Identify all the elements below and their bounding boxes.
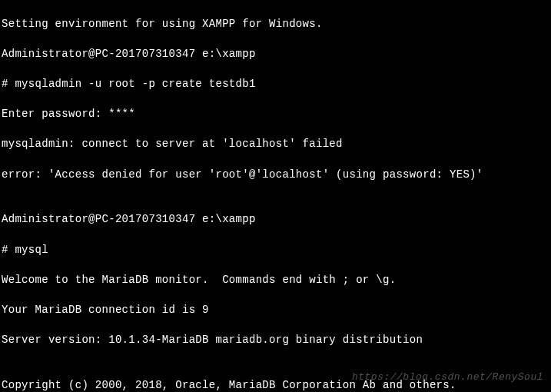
server-version-line: Server version: 10.1.34-MariaDB mariadb.…: [2, 333, 549, 348]
env-message: Setting environment for using XAMPP for …: [2, 17, 549, 32]
prompt-line: Administrator@PC-201707310347 e:\xampp: [2, 47, 549, 62]
prompt-line: Administrator@PC-201707310347 e:\xampp: [2, 212, 549, 228]
command-line: # mysql: [2, 243, 549, 258]
command-line: # mysqladmin -u root -p create testdb1: [2, 77, 549, 92]
error-line: mysqladmin: connect to server at 'localh…: [2, 137, 549, 152]
welcome-line: Welcome to the MariaDB monitor. Commands…: [2, 273, 549, 288]
connection-id-line: Your MariaDB connection id is 9: [2, 303, 549, 318]
error-line: error: 'Access denied for user 'root'@'l…: [2, 168, 549, 183]
password-prompt: Enter password: ****: [2, 107, 549, 122]
watermark-text: https://blog.csdn.net/RenySoul: [352, 370, 543, 384]
terminal-output[interactable]: Setting environment for using XAMPP for …: [2, 2, 549, 392]
